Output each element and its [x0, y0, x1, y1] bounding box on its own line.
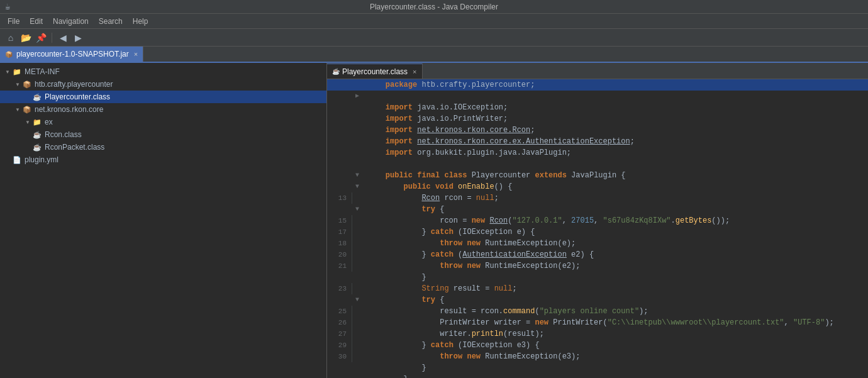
code-line-12: 25 result = rcon.command("players online… — [327, 306, 868, 317]
toolbar-separator — [52, 33, 52, 43]
code-line-0: ▼ public final class Playercounter exten… — [327, 170, 868, 181]
tree-item-label: Playercounter.class — [45, 92, 110, 101]
left-panel: ▼📁META-INF▼📦htb.crafty.playercounter☕Pla… — [0, 63, 327, 378]
code-line-blank: ▶ — [327, 91, 868, 102]
code-line-3: ▼ try { — [327, 204, 868, 215]
outer-tab-label: playercounter-1.0-SNAPSHOT.jar — [16, 50, 129, 58]
code-line-import-0: import java.io.IOException; — [327, 102, 868, 113]
toolbar: ⌂ 📂 📌 ◀ ▶ — [0, 29, 868, 47]
title-bar: ☕ Playercounter.class - Java Decompiler — [0, 0, 868, 14]
code-line-17: } — [327, 362, 868, 374]
tree-item-label: htb.crafty.playercounter — [35, 80, 113, 89]
app-icon: ☕ — [5, 1, 10, 12]
window-title: Playercounter.class - Java Decompiler — [370, 3, 498, 11]
menu-bar: File Edit Navigation Search Help — [0, 14, 868, 29]
tree-item-5[interactable]: ▼📁ex — [0, 116, 326, 128]
code-line-10: 23 String result = null; — [327, 283, 868, 294]
main-content: ▼📁META-INF▼📦htb.crafty.playercounter☕Pla… — [0, 63, 868, 378]
code-line-import-2: import net.kronos.rkon.core.Rcon; — [327, 125, 868, 136]
code-line-import-3: import net.kronos.rkon.core.ex.Authentic… — [327, 136, 868, 147]
class-icon: ☕ — [33, 92, 42, 101]
package-icon: 📦 — [23, 105, 31, 114]
tree-arrow — [24, 143, 31, 151]
code-line-7: 20 } catch (AuthenticationException e2) … — [327, 249, 868, 260]
tree-item-label: RconPacket.class — [45, 143, 104, 152]
outer-tab-close[interactable]: × — [134, 50, 138, 58]
inner-tab-playercounter[interactable]: ☕ Playercounter.class × — [327, 64, 423, 79]
folder-icon: 📁 — [13, 67, 21, 76]
tree-item-label: net.kronos.rkon.core — [35, 105, 103, 114]
code-line-14: 27 writer.println(result); — [327, 328, 868, 340]
class-tab-icon: ☕ — [332, 68, 340, 75]
tree-item-4[interactable]: ▼📦net.kronos.rkon.core — [0, 103, 326, 116]
jar-icon: 📦 — [5, 51, 13, 58]
tree-item-8[interactable]: 📄plugin.yml — [0, 153, 326, 166]
pin-button[interactable]: 📌 — [34, 31, 48, 44]
code-line-1: ▼ public void onEnable() { — [327, 181, 868, 192]
tree-arrow: ▼ — [24, 118, 31, 126]
outer-tab-bar: 📦 playercounter-1.0-SNAPSHOT.jar × — [0, 47, 868, 63]
tree-arrow — [24, 131, 31, 138]
code-line-8: 21 throw new RuntimeException(e2); — [327, 260, 868, 272]
code-line-blank2 — [327, 158, 868, 170]
tree-item-7[interactable]: ☕RconPacket.class — [0, 141, 326, 153]
code-line-import-4: import org.bukkit.plugin.java.JavaPlugin… — [327, 147, 868, 158]
code-line-package: package htb.crafty.playercounter; — [327, 79, 868, 91]
tree-item-label: Rcon.class — [45, 130, 82, 139]
tree-arrow — [4, 156, 11, 164]
inner-tab-bar: ☕ Playercounter.class × — [327, 63, 868, 79]
tree-view: ▼📁META-INF▼📦htb.crafty.playercounter☕Pla… — [0, 63, 326, 169]
code-line-4: 15 rcon = new Rcon("127.0.0.1", 27015, "… — [327, 215, 868, 226]
inner-tab-close[interactable]: × — [413, 68, 416, 75]
code-line-2: 13 Rcon rcon = null; — [327, 192, 868, 204]
class-icon: ☕ — [33, 130, 42, 139]
class-icon: ☕ — [33, 143, 42, 152]
outer-tab[interactable]: 📦 playercounter-1.0-SNAPSHOT.jar × — [0, 47, 143, 62]
tree-item-label: META-INF — [25, 67, 60, 76]
tree-item-3[interactable]: ☕Playercounter.class — [0, 91, 326, 103]
line-content: package htb.crafty.playercounter; — [362, 79, 535, 91]
code-area[interactable]: package htb.crafty.playercounter;▶ impor… — [327, 79, 868, 378]
tree-arrow: ▼ — [14, 106, 21, 113]
code-line-import-1: import java.io.PrintWriter; — [327, 113, 868, 125]
folder-icon: 📁 — [33, 118, 42, 126]
tree-arrow: ▼ — [14, 81, 21, 88]
open-button[interactable]: 📂 — [19, 31, 33, 44]
menu-file[interactable]: File — [3, 16, 25, 27]
code-line-6: 18 throw new RuntimeException(e); — [327, 238, 868, 249]
tree-item-label: ex — [45, 118, 53, 126]
inner-tab-label: Playercounter.class — [342, 67, 408, 76]
code-line-9: } — [327, 272, 868, 283]
tree-item-6[interactable]: ☕Rcon.class — [0, 128, 326, 141]
home-button[interactable]: ⌂ — [4, 31, 18, 44]
forward-button[interactable]: ▶ — [71, 31, 85, 44]
menu-edit[interactable]: Edit — [25, 16, 48, 27]
package-icon: 📦 — [23, 80, 31, 89]
back-button[interactable]: ◀ — [56, 31, 70, 44]
code-line-13: 26 PrintWriter writer = new PrintWriter(… — [327, 317, 868, 328]
code-line-5: 17 } catch (IOException e) { — [327, 226, 868, 238]
menu-help[interactable]: Help — [128, 16, 153, 27]
tree-item-label: plugin.yml — [25, 155, 58, 164]
yml-icon: 📄 — [13, 155, 21, 164]
menu-search[interactable]: Search — [94, 16, 128, 27]
code-line-18: } — [327, 374, 868, 378]
code-line-11: ▼ try { — [327, 294, 868, 306]
right-panel: ☕ Playercounter.class × package htb.craf… — [327, 63, 868, 378]
tree-item-2[interactable]: ▼📦htb.crafty.playercounter — [0, 78, 326, 91]
code-line-16: 30 throw new RuntimeException(e3); — [327, 351, 868, 362]
code-line-15: 29 } catch (IOException e3) { — [327, 340, 868, 351]
tree-arrow: ▼ — [4, 68, 11, 75]
menu-navigation[interactable]: Navigation — [48, 16, 94, 27]
tree-item-1[interactable]: ▼📁META-INF — [0, 65, 326, 78]
tree-arrow — [24, 93, 31, 101]
